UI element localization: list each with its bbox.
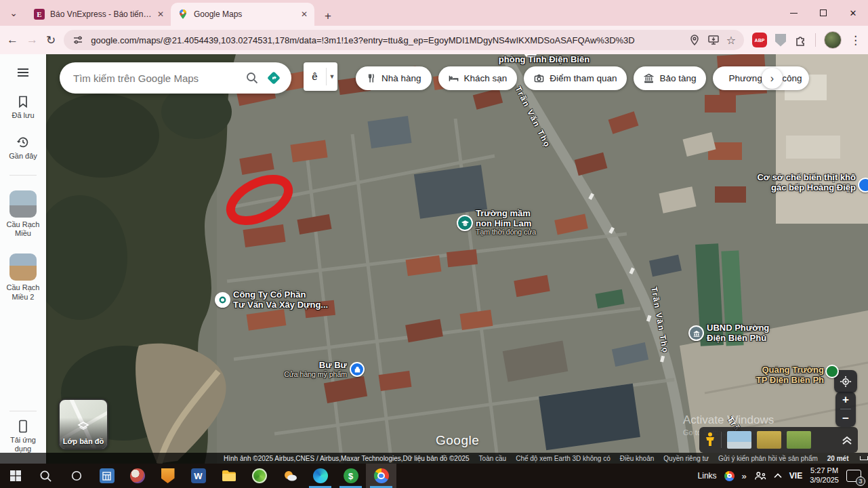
collapse-chevron-icon[interactable]: [842, 435, 852, 445]
poi-label-ubnd[interactable]: UBND Phường Điện Biên Phủ: [707, 323, 769, 343]
clock-date: 3/9/2025: [810, 476, 839, 485]
map-layers-button[interactable]: Lớp bản đồ: [58, 399, 108, 450]
word-app-icon[interactable]: W: [183, 464, 213, 488]
taskbar-search-icon[interactable]: [30, 464, 61, 488]
dollar-app-icon[interactable]: $: [335, 464, 366, 488]
sidebar-place-cau-rach-mieu[interactable]: Cầu RạchMiều: [7, 190, 40, 239]
reload-button[interactable]: ↻: [46, 33, 56, 47]
vietnamese-ime-toggle[interactable]: ê ▼: [304, 62, 337, 91]
clock-time: 5:27 PM: [810, 466, 839, 476]
photo-thumbnail[interactable]: [757, 431, 781, 449]
search-input[interactable]: [73, 73, 239, 84]
tray-expand-chevron-icon[interactable]: [774, 473, 782, 479]
photo-thumbnail[interactable]: [727, 431, 751, 449]
green-pinwheel-app-icon[interactable]: [244, 464, 274, 488]
chip-attractions[interactable]: Điểm tham quan: [524, 66, 627, 90]
zoom-controls: + −: [835, 392, 856, 427]
sidebar-item-saved[interactable]: Đã lưu: [12, 95, 34, 121]
sidebar-item-recent[interactable]: Gần đây: [9, 136, 37, 161]
windows-taskbar: W $ Links » VIE 5:27 PM 3/9/2025 3: [0, 464, 868, 488]
site-settings-icon[interactable]: [72, 34, 84, 46]
links-overflow-chevrons[interactable]: »: [742, 471, 747, 481]
calculator-app-icon[interactable]: [91, 464, 122, 488]
place-thumbnail: [9, 253, 37, 281]
location-pin-icon[interactable]: [688, 34, 701, 46]
window-maximize-button[interactable]: [808, 0, 838, 26]
chip-hotels[interactable]: Khách sạn: [438, 66, 518, 90]
bookmark-star-icon[interactable]: ☆: [726, 34, 736, 47]
satellite-imagery[interactable]: [0, 54, 868, 464]
chevron-down-icon[interactable]: ▼: [327, 73, 337, 80]
pegman-icon[interactable]: [705, 432, 716, 448]
file-explorer-icon[interactable]: [213, 464, 244, 488]
paint-app-icon[interactable]: [122, 464, 152, 488]
poi-label-square[interactable]: Quảng Trường TP Điện Biên Ph: [751, 365, 824, 385]
scale-label[interactable]: 20 mét: [827, 455, 849, 462]
attribution-terms[interactable]: Điều khoản: [620, 455, 655, 462]
language-indicator[interactable]: VIE: [789, 471, 802, 481]
directions-icon[interactable]: [266, 70, 282, 86]
tab-google-maps[interactable]: Google Maps ✕: [171, 3, 314, 26]
tab-close-icon[interactable]: ✕: [157, 9, 164, 19]
square-poi-icon[interactable]: [825, 365, 839, 378]
meat-shop-poi-icon[interactable]: [858, 178, 868, 192]
sidebar-item-get-app[interactable]: Tải ứngdụng: [10, 420, 36, 455]
school-poi-icon[interactable]: [457, 215, 473, 231]
attribution-global[interactable]: Toàn cầu: [479, 455, 507, 462]
main-menu-button[interactable]: [16, 65, 30, 80]
ubnd-poi-icon[interactable]: [688, 325, 704, 341]
back-button[interactable]: ←: [7, 33, 18, 47]
window-close-button[interactable]: ✕: [838, 0, 868, 26]
links-chrome-icon[interactable]: [724, 471, 735, 481]
zoom-in-button[interactable]: +: [842, 393, 849, 407]
tab-vnexpress[interactable]: E Báo VnExpress - Báo tiếng Việt ✕: [27, 3, 171, 26]
chrome-browser-icon[interactable]: [366, 464, 396, 488]
maps-search-box[interactable]: [60, 62, 291, 94]
weather-app-icon[interactable]: [274, 464, 305, 488]
search-icon[interactable]: [245, 71, 259, 85]
sidebar-place-cau-rach-mieu-2[interactable]: Cầu RạchMiều 2: [7, 253, 40, 302]
browser-toolbar: ← → ↻ google.com/maps/@21.4054439,103.02…: [0, 26, 868, 54]
extensions-puzzle-icon[interactable]: [794, 34, 807, 47]
new-tab-button[interactable]: +: [318, 7, 337, 26]
chip-restaurants[interactable]: Nhà hàng: [356, 66, 432, 90]
attribution-earth3d[interactable]: Chế độ xem Earth 3D không có: [516, 455, 611, 462]
attribution-feedback[interactable]: Gửi ý kiến phản hồi về sản phẩm: [718, 455, 818, 462]
tab-search-chevron-icon[interactable]: ⌄: [0, 0, 27, 26]
attribution-privacy[interactable]: Quyền riêng tư: [663, 455, 709, 462]
cortana-icon[interactable]: [61, 464, 91, 488]
poi-label-company[interactable]: Công Ty Cổ Phần Tư Vấn Và Xây Dựng...: [233, 290, 328, 310]
cosmetics-poi-icon[interactable]: [350, 362, 365, 377]
google-watermark: Google: [436, 433, 479, 448]
zoom-out-button[interactable]: −: [842, 412, 849, 426]
company-poi-icon[interactable]: [215, 292, 230, 308]
window-minimize-button[interactable]: [779, 0, 808, 26]
layers-icon: [60, 422, 107, 434]
start-button[interactable]: [0, 464, 30, 488]
profile-avatar[interactable]: [824, 31, 842, 49]
adblock-extension-icon[interactable]: ABP: [752, 33, 767, 47]
shield-extension-icon[interactable]: [775, 34, 786, 47]
edge-browser-icon[interactable]: [305, 464, 335, 488]
ime-key-label[interactable]: ê: [304, 68, 327, 85]
map-canvas[interactable]: phòng Tỉnh Điện Biên Trường mầm non Him …: [0, 54, 868, 464]
tab-close-icon[interactable]: ✕: [301, 9, 308, 19]
poi-label-meat-shop[interactable]: Cơ sở chế biến thịt khô gác bếp Hoàng Đi…: [701, 173, 856, 192]
browser-menu-icon[interactable]: ⋮: [850, 33, 861, 47]
forward-button[interactable]: →: [26, 33, 38, 47]
orange-shield-app-icon[interactable]: [152, 464, 183, 488]
address-bar[interactable]: google.com/maps/@21.4054439,103.0274531,…: [64, 30, 744, 50]
photo-thumbnail[interactable]: [787, 431, 811, 449]
install-app-icon[interactable]: [707, 34, 720, 46]
imagery-credits: Hình ảnh ©2025 Airbus,CNES / Airbus,Maxa…: [224, 455, 470, 462]
taskbar-clock[interactable]: 5:27 PM 3/9/2025: [810, 466, 839, 485]
chip-museums[interactable]: Bảo tàng: [634, 66, 706, 90]
people-icon[interactable]: [754, 471, 766, 481]
url-text[interactable]: google.com/maps/@21.4054439,103.0274531,…: [91, 35, 681, 45]
action-center-icon[interactable]: 3: [846, 470, 861, 482]
poi-label-cosmetics[interactable]: Bư Bư Cửa hàng mỹ phẩm: [274, 361, 347, 378]
poi-label-office[interactable]: phòng Tỉnh Điện Biên: [490, 55, 598, 65]
poi-label-school[interactable]: Trường mầm non Him Lam Tạm thời đóng cửa: [476, 209, 536, 237]
chips-scroll-next-button[interactable]: ›: [762, 68, 783, 89]
links-toolbar-label[interactable]: Links: [698, 471, 717, 481]
